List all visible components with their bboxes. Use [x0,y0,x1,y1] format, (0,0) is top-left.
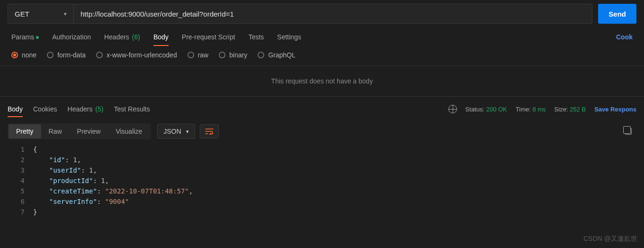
globe-icon[interactable] [448,105,457,113]
response-tabs: Body Cookies Headers (5) Test Results St… [0,97,644,119]
chevron-down-icon: ▾ [186,129,189,135]
format-select[interactable]: JSON ▾ [157,124,195,139]
view-controls: Pretty Raw Preview Visualize JSON ▾ [0,119,644,142]
tab-settings[interactable]: Settings [277,28,301,46]
send-button[interactable]: Send [598,4,636,24]
radio-icon [96,52,103,58]
body-type-form-data[interactable]: form-data [47,51,86,59]
tab-tests[interactable]: Tests [249,28,264,46]
watermark: CSDN @又逢乱世 [583,235,637,243]
save-response-link[interactable]: Save Respons [594,106,636,113]
size-label: Size: 252 B [555,106,586,113]
line-gutter: 1234567 [0,144,33,217]
resp-tab-test-results[interactable]: Test Results [114,102,150,116]
body-type-row: none form-data x-www-form-urlencoded raw… [0,46,644,66]
view-preview[interactable]: Preview [70,124,108,138]
radio-icon [219,52,225,58]
tab-authorization[interactable]: Authorization [52,28,91,46]
resp-tab-body[interactable]: Body [8,102,23,116]
wrap-lines-button[interactable] [200,124,219,138]
resp-tab-cookies[interactable]: Cookies [33,102,57,116]
status-label: Status: 200 OK [465,106,507,113]
radio-icon [258,52,264,58]
no-body-message: This request does not have a body [0,66,644,97]
body-type-graphql[interactable]: GraphQL [258,51,295,59]
view-pretty[interactable]: Pretty [9,124,41,138]
params-indicator-dot [36,36,39,39]
json-code: { "id": 1, "userId": 1, "productId": 1, … [33,144,193,217]
url-input[interactable] [74,4,592,24]
body-type-binary[interactable]: binary [219,51,247,59]
view-raw[interactable]: Raw [41,124,70,138]
body-type-raw[interactable]: raw [188,51,209,59]
radio-icon [188,52,194,58]
tab-prerequest[interactable]: Pre-request Script [182,28,235,46]
cookies-link[interactable]: Cook [616,33,633,41]
copy-icon [625,128,632,135]
view-visualize[interactable]: Visualize [108,124,150,138]
http-method-value: GET [15,10,29,18]
copy-response-button[interactable] [625,128,636,135]
tab-params[interactable]: Params [11,28,39,46]
http-method-select[interactable]: GET ▾ [8,4,74,24]
radio-icon [11,52,18,58]
resp-tab-headers[interactable]: Headers (5) [68,102,104,116]
tab-body[interactable]: Body [153,28,169,46]
response-body[interactable]: 1234567 { "id": 1, "userId": 1, "product… [0,142,644,217]
chevron-down-icon: ▾ [64,11,67,17]
body-type-none[interactable]: none [11,51,36,59]
tab-headers[interactable]: Headers (6) [104,28,140,46]
time-label: Time: 8 ms [516,106,546,113]
wrap-icon [205,128,214,135]
request-tabs: Params Authorization Headers (6) Body Pr… [0,28,644,46]
radio-icon [47,52,54,58]
body-type-xwww[interactable]: x-www-form-urlencoded [96,51,177,59]
response-meta: Status: 200 OK Time: 8 ms Size: 252 B Sa… [448,105,636,113]
